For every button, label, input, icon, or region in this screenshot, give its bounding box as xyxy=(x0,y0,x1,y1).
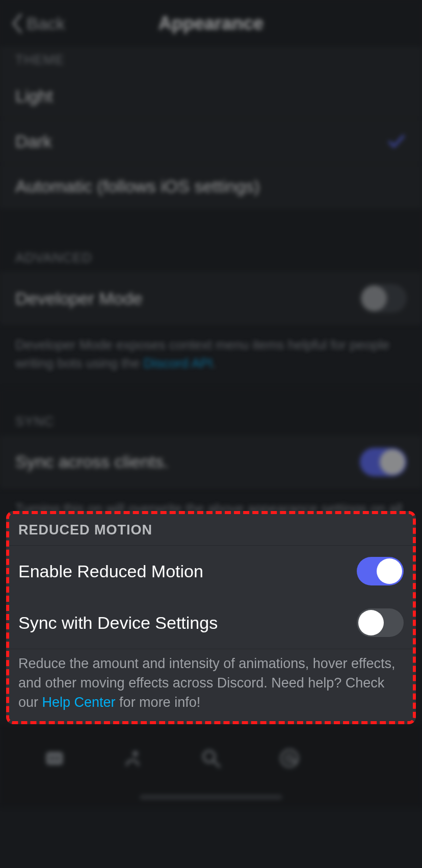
enable-reduced-motion-label: Enable Reduced Motion xyxy=(18,561,203,581)
section-reduced-motion-header: REDUCED MOTION xyxy=(9,514,413,546)
sync-clients-toggle[interactable] xyxy=(360,448,407,476)
mentions-icon[interactable] xyxy=(278,747,301,770)
sync-device-settings-row[interactable]: Sync with Device Settings xyxy=(9,597,413,649)
sync-clients-row[interactable]: Sync across clients. xyxy=(0,436,422,489)
header: Back Appearance xyxy=(0,0,422,47)
theme-option-label: Automatic (follows iOS settings) xyxy=(15,176,260,196)
svg-point-3 xyxy=(133,751,138,756)
developer-mode-toggle[interactable] xyxy=(360,284,407,313)
sync-clients-label: Sync across clients. xyxy=(15,452,168,472)
chevron-left-icon xyxy=(9,13,23,34)
search-icon[interactable] xyxy=(200,747,222,770)
theme-option-dark[interactable]: Dark xyxy=(0,119,422,164)
svg-point-2 xyxy=(56,757,59,760)
theme-option-label: Dark xyxy=(15,132,52,151)
developer-mode-row[interactable]: Developer Mode xyxy=(0,272,422,325)
reduced-motion-desc: Reduce the amount and intensity of anima… xyxy=(9,649,413,721)
discord-icon[interactable] xyxy=(43,747,66,770)
svg-point-1 xyxy=(50,757,53,760)
section-advanced-header: ADVANCED xyxy=(0,245,422,272)
theme-option-light[interactable]: Light xyxy=(0,74,422,119)
enable-reduced-motion-row[interactable]: Enable Reduced Motion xyxy=(9,546,413,597)
help-center-link[interactable]: Help Center xyxy=(42,695,116,710)
svg-line-5 xyxy=(214,761,219,767)
friends-icon[interactable] xyxy=(121,747,144,770)
enable-reduced-motion-toggle[interactable] xyxy=(357,557,404,585)
section-theme-header: THEME xyxy=(0,47,422,74)
sync-device-settings-toggle[interactable] xyxy=(357,608,404,637)
sync-device-settings-label: Sync with Device Settings xyxy=(18,613,218,633)
back-button[interactable]: Back xyxy=(0,13,65,34)
check-icon xyxy=(386,131,407,151)
developer-mode-desc: Developer Mode exposes context menu item… xyxy=(0,325,422,388)
svg-rect-0 xyxy=(46,752,63,765)
discord-api-link[interactable]: Discord API xyxy=(143,355,213,371)
theme-option-automatic[interactable]: Automatic (follows iOS settings) xyxy=(0,164,422,209)
developer-mode-label: Developer Mode xyxy=(15,289,142,309)
section-sync-header: SYNC xyxy=(0,409,422,436)
home-indicator xyxy=(140,795,282,800)
svg-point-6 xyxy=(281,750,298,767)
theme-option-label: Light xyxy=(15,86,53,106)
back-label: Back xyxy=(27,14,65,34)
reduced-motion-highlight: REDUCED MOTION Enable Reduced Motion Syn… xyxy=(6,511,416,724)
